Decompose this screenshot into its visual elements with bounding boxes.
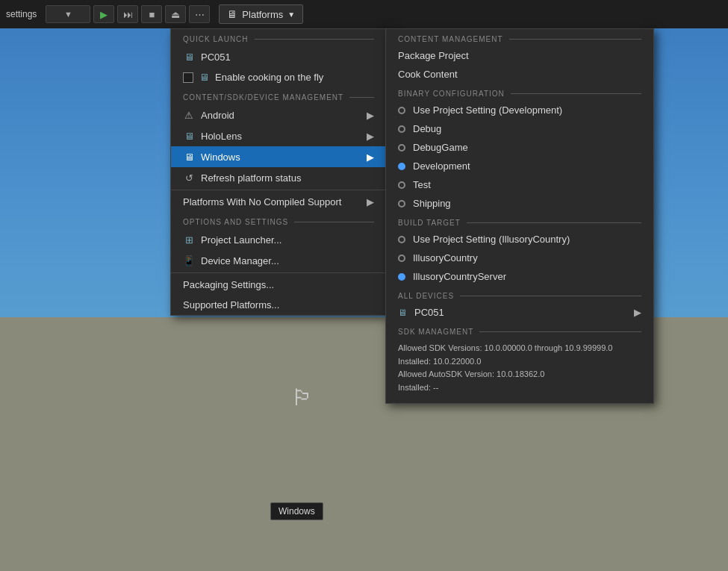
platforms-icon: 🖥 (227, 8, 237, 20)
more-icon: ⋯ (195, 9, 205, 20)
cooking-menu-item[interactable]: 🖥 Enable cooking on the fly (171, 67, 386, 87)
cook-content-item[interactable]: Cook Content (386, 65, 653, 84)
main-dropdown-menu: QUICK LAUNCH 🖥 PC051 🖥 Enable cooking on… (170, 28, 387, 316)
sdk-management-header: SDK MANAGMENT (386, 322, 653, 339)
project-launcher-item[interactable]: ⊞ Project Launcher... (171, 229, 386, 250)
skip-button[interactable]: ⏭ (117, 5, 138, 23)
windows-tooltip: Windows (270, 502, 323, 520)
hololens-icon: 🖥 (183, 130, 195, 142)
pc051-menu-item[interactable]: 🖥 PC051 (171, 46, 386, 67)
settings-title: settings (6, 9, 37, 19)
quick-launch-header: QUICK LAUNCH (171, 29, 386, 46)
binary-config-header: BINARY CONFIGURATION (386, 84, 653, 101)
build-target-item-1[interactable]: IllusoryCountry (386, 249, 653, 267)
platforms-no-compile-arrow-icon: ▶ (367, 196, 374, 208)
binary-radio-0 (398, 107, 405, 114)
skip-icon: ⏭ (123, 9, 133, 20)
windows-arrow-icon: ▶ (367, 152, 374, 163)
play-button[interactable]: ▶ (93, 5, 114, 23)
project-launcher-icon: ⊞ (183, 234, 195, 246)
android-arrow-icon: ▶ (367, 110, 374, 121)
platforms-arrow-icon: ▼ (287, 10, 295, 19)
play-icon: ▶ (100, 9, 108, 20)
hololens-arrow-icon: ▶ (367, 131, 374, 142)
refresh-menu-item[interactable]: ↺ Refresh platform status (171, 167, 386, 188)
windows-icon: 🖥 (183, 151, 195, 163)
options-settings-header: OPTIONS AND SETTINGS (171, 212, 386, 229)
all-devices-pc051-item[interactable]: 🖥 PC051 ▶ (386, 303, 653, 322)
pc051-arrow-icon: ▶ (634, 307, 641, 318)
separator-1 (171, 190, 386, 190)
windows-menu-item[interactable]: 🖥 Windows ▶ (171, 146, 386, 167)
binary-radio-5 (398, 200, 405, 208)
cooking-checkbox[interactable] (183, 72, 193, 83)
windows-sub-menu: CONTENT MANAGEMENT Package Project Cook … (385, 28, 654, 404)
toolbar: settings ▼ ▶ ⏭ ■ ⏏ ⋯ 🖥 Platforms ▼ (0, 0, 728, 28)
binary-radio-2 (398, 144, 405, 152)
package-project-item[interactable]: Package Project (386, 46, 653, 65)
stop-icon: ■ (149, 9, 155, 20)
binary-item-0[interactable]: Use Project Setting (Development) (386, 101, 653, 119)
device-manager-item[interactable]: 📱 Device Manager... (171, 250, 386, 271)
build-target-item-0[interactable]: Use Project Setting (IllusoryCountry) (386, 230, 653, 249)
refresh-icon: ↺ (183, 172, 195, 184)
binary-item-1[interactable]: Debug (386, 119, 653, 138)
binary-item-5[interactable]: Shipping (386, 194, 653, 213)
platforms-label: Platforms (242, 9, 283, 20)
build-target-radio-2 (398, 273, 405, 281)
all-devices-header: ALL DEVICES (386, 286, 653, 303)
scene-character: 🏳 (291, 385, 314, 411)
binary-radio-1 (398, 125, 405, 133)
dropdown-selector[interactable]: ▼ (46, 5, 90, 23)
binary-radio-4 (398, 181, 405, 189)
hololens-menu-item[interactable]: 🖥 HoloLens ▶ (171, 125, 386, 146)
build-target-item-2[interactable]: IllusoryCountryServer (386, 267, 653, 286)
binary-radio-3 (398, 163, 405, 170)
build-target-radio-1 (398, 255, 405, 262)
pc051-icon: 🖥 (398, 308, 407, 318)
stop-button[interactable]: ■ (141, 5, 162, 23)
binary-item-4[interactable]: Test (386, 175, 653, 194)
device-manager-icon: 📱 (183, 255, 195, 266)
more-button[interactable]: ⋯ (189, 5, 210, 23)
android-menu-item[interactable]: ⚠ Android ▶ (171, 104, 386, 125)
build-target-radio-0 (398, 236, 405, 243)
eject-button[interactable]: ⏏ (165, 5, 186, 23)
platforms-no-compile-item[interactable]: Platforms With No Compiled Support ▶ (171, 192, 386, 212)
packaging-settings-item[interactable]: Packaging Settings... (171, 275, 386, 295)
separator-2 (171, 272, 386, 273)
platforms-button[interactable]: 🖥 Platforms ▼ (219, 4, 303, 24)
eject-icon: ⏏ (171, 9, 180, 20)
content-sdk-header: CONTENT/SDK/DEVICE MANAGEMENT (171, 87, 386, 104)
build-target-header: BUILD TARGET (386, 213, 653, 230)
platform-icon: 🖥 (183, 51, 195, 63)
binary-item-2[interactable]: DebugGame (386, 138, 653, 157)
android-icon: ⚠ (183, 109, 195, 121)
sdk-info: Allowed SDK Versions: 10.0.00000.0 throu… (386, 339, 653, 397)
supported-platforms-item[interactable]: Supported Platforms... (171, 295, 386, 315)
cooking-icon: 🖥 (199, 72, 209, 83)
content-management-header: CONTENT MANAGEMENT (386, 29, 653, 46)
binary-item-3[interactable]: Development (386, 157, 653, 175)
